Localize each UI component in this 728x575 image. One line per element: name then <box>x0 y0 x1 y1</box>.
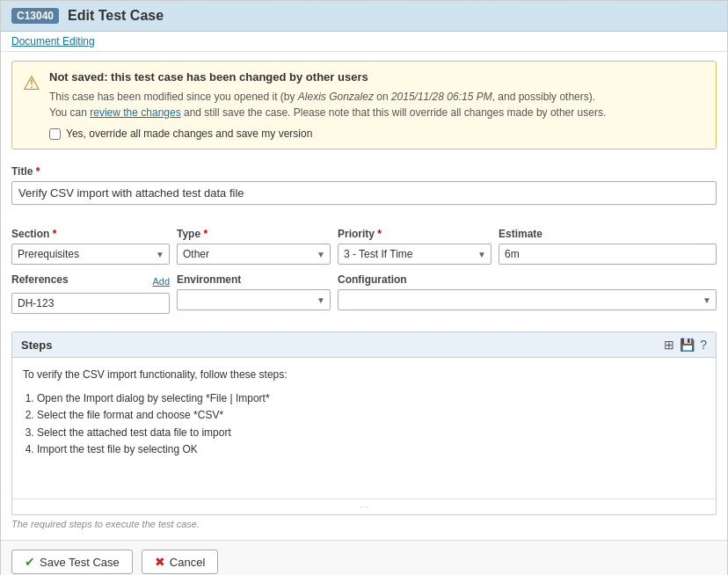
page-container: C13040 Edit Test Case Document Editing ⚠… <box>0 0 728 575</box>
warning-title: Not saved: this test case has been chang… <box>49 70 606 84</box>
steps-list: Open the Import dialog by selecting *Fil… <box>37 390 705 458</box>
priority-label: Priority * <box>338 228 491 240</box>
environment-cell: Environment Production Staging Dev ▼ <box>177 273 331 314</box>
warning-body-mid: on <box>374 91 391 103</box>
priority-cell: Priority * 1 - Critical 2 - High 3 - Tes… <box>338 228 491 265</box>
title-input[interactable] <box>11 181 717 205</box>
configuration-select-wrapper: Default Custom ▼ <box>338 289 717 310</box>
title-required-star: * <box>36 165 40 178</box>
warning-icon: ⚠ <box>23 72 40 140</box>
references-cell: References Add <box>11 273 170 314</box>
steps-hint: The required steps to execute the test c… <box>1 515 727 536</box>
steps-grid-icon[interactable]: ⊞ <box>664 338 674 352</box>
steps-intro: To verify the CSV import functionality, … <box>23 367 705 383</box>
steps-title: Steps <box>21 338 52 352</box>
save-button-label: Save Test Case <box>40 556 120 569</box>
review-changes-link[interactable]: review the changes <box>90 106 180 119</box>
ref-label-row: References Add <box>11 273 170 289</box>
warning-body-prefix: This case has been modified since you op… <box>49 91 298 103</box>
override-checkbox[interactable] <box>49 128 61 140</box>
references-label: References <box>11 273 69 286</box>
page-title: Edit Test Case <box>68 8 164 24</box>
type-cell: Type * Other Automated Manual Acceptance… <box>177 228 331 265</box>
override-checkbox-label: Yes, override all made changes and save … <box>66 127 312 140</box>
environment-label: Environment <box>177 273 331 286</box>
steps-icons: ⊞ 💾 ? <box>664 338 707 352</box>
estimate-cell: Estimate <box>499 228 717 265</box>
section-label: Section * <box>11 228 170 240</box>
list-item: Open the Import dialog by selecting *Fil… <box>37 390 705 407</box>
warning-body: This case has been modified since you op… <box>49 89 606 120</box>
cancel-x-icon: ✖ <box>155 555 165 569</box>
form-row-1: Section * Prerequisites General Setup Te… <box>1 212 727 321</box>
section-cell: Section * Prerequisites General Setup Te… <box>11 228 170 265</box>
steps-body[interactable]: To verify the CSV import functionality, … <box>12 358 716 499</box>
cancel-button[interactable]: ✖ Cancel <box>142 550 218 574</box>
override-checkbox-row: Yes, override all made changes and save … <box>49 127 606 140</box>
steps-header: Steps ⊞ 💾 ? <box>12 332 716 358</box>
environment-select[interactable]: Production Staging Dev <box>177 289 331 310</box>
warning-date: 2015/11/28 06:15 PM <box>391 91 492 103</box>
case-id-badge: C13040 <box>11 8 59 24</box>
type-label: Type * <box>177 228 331 240</box>
estimate-input[interactable] <box>499 244 717 265</box>
grid-row-2: References Add Environment Production St… <box>11 273 717 314</box>
warning-body-suffix: , and possibly others). <box>492 91 595 103</box>
warning-author: Alexis Gonzalez <box>298 91 374 103</box>
section-select-wrapper: Prerequisites General Setup Teardown ▼ <box>11 244 170 265</box>
estimate-label: Estimate <box>499 228 717 240</box>
type-select[interactable]: Other Automated Manual Acceptance <box>177 244 331 265</box>
warning-box: ⚠ Not saved: this test case has been cha… <box>11 61 717 149</box>
warning-line2-suffix: and still save the case. Please note tha… <box>181 106 607 119</box>
page-header: C13040 Edit Test Case <box>1 1 727 32</box>
configuration-select[interactable]: Default Custom <box>338 289 717 310</box>
title-section: Title * <box>1 158 727 212</box>
cancel-button-label: Cancel <box>170 556 205 569</box>
save-button[interactable]: ✔ Save Test Case <box>11 550 133 574</box>
environment-select-wrapper: Production Staging Dev ▼ <box>177 289 331 310</box>
priority-select[interactable]: 1 - Critical 2 - High 3 - Test If Time 4… <box>338 244 491 265</box>
add-reference-link[interactable]: Add <box>152 276 170 287</box>
list-item: Import the test file by selecting OK <box>37 441 705 458</box>
list-item: Select the file format and choose *CSV* <box>37 407 705 424</box>
warning-content: Not saved: this test case has been chang… <box>49 70 606 140</box>
list-item: Select the attached test data file to im… <box>37 425 705 441</box>
steps-section: Steps ⊞ 💾 ? To verify the CSV import fun… <box>11 331 717 515</box>
type-select-wrapper: Other Automated Manual Acceptance ▼ <box>177 244 331 265</box>
footer-bar: ✔ Save Test Case ✖ Cancel <box>1 540 727 575</box>
steps-resize-handle[interactable]: ⋯ <box>12 499 716 514</box>
section-select[interactable]: Prerequisites General Setup Teardown <box>11 244 170 265</box>
breadcrumb[interactable]: Document Editing <box>1 32 727 52</box>
references-input[interactable] <box>11 293 170 314</box>
title-label: Title * <box>11 165 717 178</box>
priority-select-wrapper: 1 - Critical 2 - High 3 - Test If Time 4… <box>338 244 491 265</box>
steps-save-icon[interactable]: 💾 <box>680 338 695 352</box>
configuration-cell: Configuration Default Custom ▼ <box>338 273 717 314</box>
configuration-label: Configuration <box>338 273 717 286</box>
warning-line2-prefix: You can <box>49 106 90 119</box>
grid-row-1: Section * Prerequisites General Setup Te… <box>11 228 717 265</box>
steps-help-icon[interactable]: ? <box>700 338 707 352</box>
save-check-icon: ✔ <box>25 555 35 569</box>
